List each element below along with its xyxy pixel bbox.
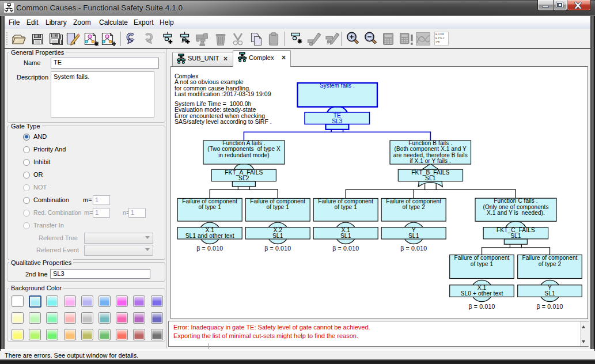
svg-text:SL1: SL1: [425, 175, 436, 181]
svg-text:SL1: SL1: [340, 233, 351, 239]
svg-text:SL1: SL1: [544, 290, 555, 297]
svg-text:of type 1: of type 1: [335, 204, 358, 210]
svg-text:E.1*E.2: E.1*E.2: [435, 37, 445, 40]
svg-text:β = 0.010: β = 0.010: [400, 245, 427, 252]
svg-text:SL1: SL1: [408, 233, 419, 239]
svg-text:β = 0.010: β = 0.010: [332, 245, 359, 252]
svg-text:SL1: SL1: [510, 233, 521, 239]
svg-text:β = 0.010: β = 0.010: [264, 245, 291, 252]
svg-text:System fails .: System fails .: [320, 82, 355, 89]
svg-text:SL0 + other text: SL0 + other text: [461, 290, 503, 297]
svg-text:SL3: SL3: [332, 118, 343, 124]
svg-text:of type 2: of type 2: [539, 261, 562, 267]
svg-text:of type 1: of type 1: [267, 204, 290, 210]
svg-text:β = 0.010: β = 0.010: [468, 303, 495, 310]
svg-text:β = 0.010: β = 0.010: [196, 245, 223, 252]
svg-text:of type 2: of type 2: [403, 204, 426, 210]
svg-text:in redundant mode): in redundant mode): [218, 152, 270, 158]
svg-text:if X.1 or Y fails .: if X.1 or Y fails .: [410, 158, 451, 164]
svg-text:SL1 and other text: SL1 and other text: [185, 233, 234, 239]
svg-text:1*B: 1*B: [435, 41, 439, 44]
svg-text:SL2: SL2: [238, 175, 249, 181]
svg-text:of type 1: of type 1: [199, 204, 222, 210]
svg-text:E.COM: E.COM: [435, 33, 444, 36]
svg-text:β = 0.010: β = 0.010: [536, 303, 563, 310]
svg-text:X.1 and Y is needed).: X.1 and Y is needed).: [487, 210, 545, 216]
svg-text:SL1: SL1: [272, 233, 283, 239]
svg-text:of type 1: of type 1: [471, 261, 494, 267]
